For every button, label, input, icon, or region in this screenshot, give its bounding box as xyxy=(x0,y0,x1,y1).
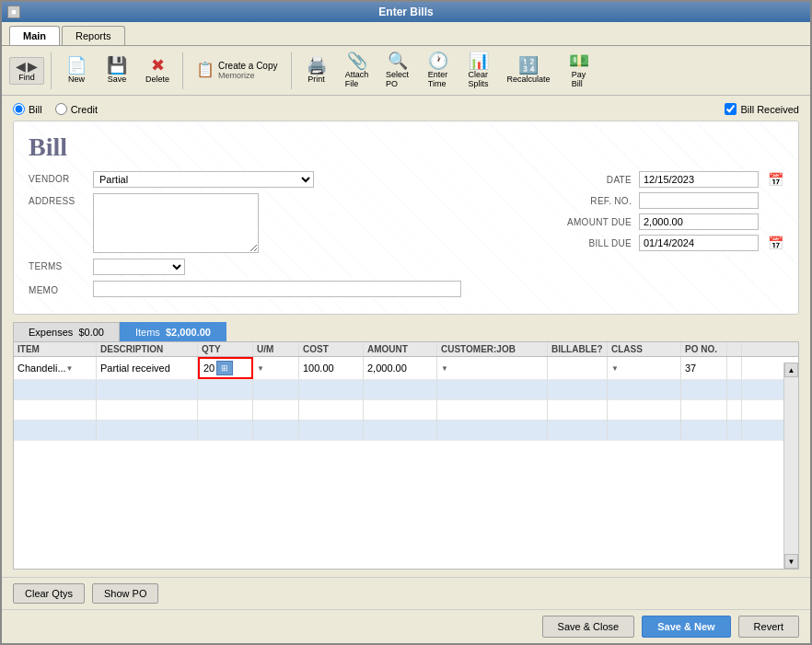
qty-icon-0[interactable]: ⊞ xyxy=(216,361,233,375)
find-arrows: ◀ ▶ xyxy=(16,60,38,73)
col-header-um: U/M xyxy=(253,342,299,356)
col-header-item: ITEM xyxy=(14,342,97,356)
amount-value-0: 2,000.00 xyxy=(367,363,407,374)
col-header-class: CLASS xyxy=(608,342,681,356)
cell-bill-0[interactable] xyxy=(548,357,608,379)
save-button[interactable]: 💾 Save xyxy=(99,54,135,86)
enter-bills-window: ■ Enter Bills Main Reports ◀ ▶ Find 📄 Ne… xyxy=(0,0,812,645)
save-icon: 💾 xyxy=(107,57,127,74)
delete-button[interactable]: ✖ Delete xyxy=(139,54,176,86)
create-copy-label: Create a Copy xyxy=(218,61,277,71)
date-picker-icon[interactable]: 📅 xyxy=(768,172,783,187)
tab-main[interactable]: Main xyxy=(9,26,60,45)
cell-item-0[interactable]: Chandeli... ▼ xyxy=(14,357,97,379)
address-field[interactable] xyxy=(93,193,259,253)
bill-form: Bill VENDOR Partial ADDRESS TE xyxy=(13,121,799,315)
vendor-select[interactable]: Partial xyxy=(93,171,314,188)
bill-due-picker-icon[interactable]: 📅 xyxy=(768,236,783,250)
scroll-up-button[interactable]: ▲ xyxy=(784,363,798,377)
terms-select[interactable] xyxy=(93,259,185,275)
items-grid: ITEM DESCRIPTION QTY U/M COST AMOUNT CUS… xyxy=(13,341,799,570)
vendor-label: VENDOR xyxy=(29,171,93,184)
table-row xyxy=(14,400,798,420)
vendor-row: VENDOR Partial xyxy=(29,171,521,188)
col-header-scroll xyxy=(727,342,742,356)
bill-type-row: Bill Credit Bill Received xyxy=(13,103,799,115)
cell-cost-0[interactable]: 100.00 xyxy=(299,357,364,379)
sep3 xyxy=(291,52,292,89)
credit-radio-label: Credit xyxy=(71,104,98,115)
revert-button[interactable]: Revert xyxy=(738,616,799,638)
save-close-button[interactable]: Save & Close xyxy=(542,616,635,638)
cell-qty-0[interactable]: 20 ⊞ xyxy=(198,357,253,379)
enter-time-button[interactable]: 🕐 EnterTime xyxy=(420,50,457,91)
credit-radio[interactable] xyxy=(55,103,67,115)
select-po-button[interactable]: 🔍 SelectPO xyxy=(379,50,416,91)
scroll-track[interactable] xyxy=(784,377,798,554)
find-prev-icon[interactable]: ◀ xyxy=(16,60,26,73)
amount-due-field[interactable] xyxy=(639,213,759,230)
amount-due-label: AMOUNT DUE xyxy=(558,217,632,227)
right-form-section: DATE 📅 REF. NO. AMOUNT DUE BILL DUE xyxy=(558,171,783,303)
attach-icon: 📎 xyxy=(347,52,367,69)
find-next-icon[interactable]: ▶ xyxy=(28,60,38,73)
save-new-button[interactable]: Save & New xyxy=(642,616,730,638)
bill-due-label: BILL DUE xyxy=(558,238,632,248)
items-tab[interactable]: Items $2,000.00 xyxy=(120,322,226,341)
attach-file-button[interactable]: 📎 AttachFile xyxy=(339,50,376,91)
qty-inner-0: 20 ⊞ xyxy=(203,361,233,375)
window-title: Enter Bills xyxy=(378,6,433,18)
memorize-label: Memorize xyxy=(218,71,255,80)
bottom-actions: Clear Qtys Show PO xyxy=(2,577,810,609)
table-row: Chandeli... ▼ Partial received 20 ⊞ xyxy=(14,357,798,380)
bill-radio[interactable] xyxy=(13,103,25,115)
cell-desc-0[interactable]: Partial received xyxy=(97,357,198,379)
bill-radio-label: Bill xyxy=(29,104,42,115)
window-icon[interactable]: ■ xyxy=(7,6,20,18)
cell-amount-0[interactable]: 2,000.00 xyxy=(364,357,437,379)
bill-due-field[interactable] xyxy=(639,235,759,251)
bill-received-checkbox[interactable] xyxy=(725,103,737,115)
new-icon: 📄 xyxy=(66,57,87,74)
cell-class-0[interactable]: ▼ xyxy=(608,357,681,379)
pono-value-0: 37 xyxy=(685,363,696,374)
um-dropdown-0[interactable]: ▼ xyxy=(257,364,264,373)
find-group[interactable]: ◀ ▶ Find xyxy=(9,57,44,85)
memo-field[interactable] xyxy=(93,281,461,297)
amount-due-row: AMOUNT DUE xyxy=(558,213,783,230)
date-label: DATE xyxy=(558,175,632,185)
pay-bill-button[interactable]: 💵 PayBill xyxy=(561,50,597,91)
recalculate-button[interactable]: 🔢 Recalculate xyxy=(501,54,557,86)
bill-heading: Bill xyxy=(29,132,783,162)
expenses-tab[interactable]: Expenses $0.00 xyxy=(13,322,120,341)
cost-value-0: 100.00 xyxy=(303,363,334,374)
grid-scrollbar[interactable]: ▲ ▼ xyxy=(783,363,798,569)
refno-row: REF. NO. xyxy=(558,192,783,209)
new-button[interactable]: 📄 New xyxy=(58,54,95,86)
col-header-amount: AMOUNT xyxy=(364,342,437,356)
tab-reports[interactable]: Reports xyxy=(62,26,125,45)
date-field[interactable] xyxy=(639,171,759,188)
cell-cj-0[interactable]: ▼ xyxy=(437,357,548,379)
pay-bill-icon: 💵 xyxy=(569,52,589,69)
footer-buttons: Save & Close Save & New Revert xyxy=(2,609,810,643)
grid-body: Chandeli... ▼ Partial received 20 ⊞ xyxy=(14,357,798,563)
col-header-cj: CUSTOMER:JOB xyxy=(437,342,548,356)
col-header-desc: DESCRIPTION xyxy=(97,342,198,356)
clear-qtys-button[interactable]: Clear Qtys xyxy=(13,583,85,604)
cell-um-0[interactable]: ▼ xyxy=(253,357,299,379)
refno-field[interactable] xyxy=(639,192,759,209)
create-copy-icon: 📋 xyxy=(196,63,215,77)
print-button[interactable]: 🖨️ Print xyxy=(298,54,335,86)
item-dropdown-0[interactable]: ▼ xyxy=(66,364,74,373)
show-po-button[interactable]: Show PO xyxy=(92,583,158,604)
scroll-down-button[interactable]: ▼ xyxy=(784,554,798,569)
cj-dropdown-0[interactable]: ▼ xyxy=(441,364,448,373)
sep1 xyxy=(51,52,52,89)
memo-row: MEMO xyxy=(29,281,521,297)
cell-pono-0[interactable]: 37 xyxy=(681,357,727,379)
create-copy-button[interactable]: 📋 Create a Copy Memorize xyxy=(190,58,284,83)
clear-splits-button[interactable]: 📊 ClearSplits xyxy=(460,50,497,91)
memo-label: MEMO xyxy=(29,282,93,295)
class-dropdown-0[interactable]: ▼ xyxy=(611,364,619,373)
